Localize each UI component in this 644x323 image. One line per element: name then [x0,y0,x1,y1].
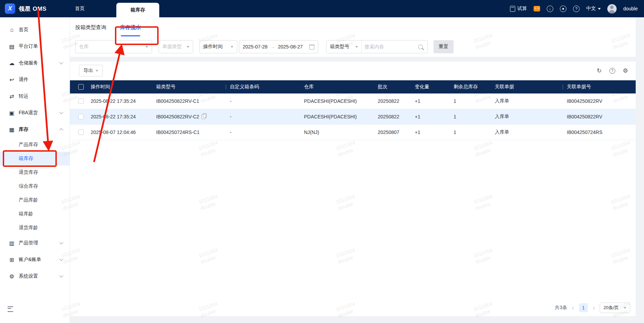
sidebar-item-fba-returns[interactable]: ▣FBA退货 [0,105,70,121]
pagination: 共3条 ‹ 1 › 20条/页 [555,302,630,313]
target-icon[interactable] [560,6,566,12]
username: double [623,6,638,11]
user-avatar[interactable] [607,4,617,14]
column-settings-icon[interactable]: ⚙ [623,68,628,74]
cell: IB004250822RV-C1 [152,98,226,104]
doc-type-select[interactable]: 单据类型 [159,40,193,53]
top-panel: 按箱类型查询库存流水 仓库 单据类型 操作时间 2025-07-28 → [70,17,636,57]
language-selector[interactable]: 中文 [586,6,601,12]
prev-page-icon[interactable]: ‹ [571,305,575,311]
table-card: 导出 ↻ ? ⚙ 操作时间箱类型号自定义箱条码仓库批次变化量剩余总库存关联单据关… [70,62,636,316]
search-input[interactable] [362,44,418,50]
chevron-down-icon [355,46,358,48]
row-checkbox-cell [70,114,87,119]
page-size-select[interactable]: 20条/页 [600,303,630,313]
next-page-icon[interactable]: › [592,305,596,311]
chevron-down-icon [59,257,63,261]
cell: 1 [449,98,491,104]
column-header: 关联单据 [491,84,563,90]
page: X 领星 OMS 首页 箱库存 试算 ↓ ? 中文 double ⌂首页▤平台订… [0,0,644,323]
copy-icon[interactable] [202,114,206,119]
account-icon: ⊞ [8,257,15,263]
doc-type-select-value: 单据类型 [162,44,182,50]
cell: 1 [449,129,491,135]
settings-icon: ⚙ [8,273,15,280]
cell: IB004250724RS [563,129,636,135]
tab-box-type-query[interactable]: 按箱类型查询 [75,17,106,37]
cell: +1 [411,98,449,104]
table-body: 2025-08-22 17:35:24IB004250822RV-C1-PDAC… [70,93,636,140]
sidebar-item-box-inventory[interactable]: 箱库存 [0,152,70,165]
chevron-down-icon [59,273,63,277]
row-checkbox[interactable] [78,129,84,135]
row-checkbox-cell [70,98,87,104]
row-checkbox[interactable] [78,114,84,119]
date-range-arrow-icon: → [270,44,275,50]
total-count: 共3条 [555,305,567,311]
sidebar-item-platform-orders[interactable]: ▤平台订单 [0,38,70,55]
export-button[interactable]: 导出 [79,65,103,77]
sidebar-item-system-settings[interactable]: ⚙系统设置 [0,268,70,285]
sidebar-item-product-age[interactable]: 产品库龄 [0,193,70,207]
chevron-down-icon [624,307,626,309]
refresh-icon[interactable]: ↻ [597,68,602,74]
app-logo[interactable]: X 领星 OMS [5,3,46,14]
time-type-select[interactable]: 操作时间 [199,40,237,53]
download-icon[interactable]: ↓ [547,6,553,12]
search-icon[interactable] [418,45,423,49]
sidebar: ⌂首页▤平台订单☁仓储服务↩退件⇄转运▣FBA退货▦库存产品库存箱库存退货库存综… [0,17,70,323]
sidebar-item-label: 产品管理 [19,240,38,246]
main-content: 按箱类型查询库存流水 仓库 单据类型 操作时间 2025-07-28 → [70,17,644,323]
sidebar-collapse-icon[interactable] [8,306,13,312]
sidebar-item-product-management[interactable]: ▥产品管理 [0,235,70,251]
navbar-tab-box-inventory[interactable]: 箱库存 [116,3,159,17]
table-row[interactable]: 2025-08-07 12:04:46IB004250724RS-C1-NJ(N… [70,125,636,140]
row-checkbox[interactable] [78,98,84,104]
column-header: 自定义箱条码 [226,84,300,90]
sidebar-item-label: 库存 [19,126,28,133]
sidebar-item-transfer[interactable]: ⇄转运 [0,88,70,105]
cell: 入库单 [491,114,563,120]
help-icon[interactable]: ? [609,68,615,74]
cell: IB004250724RS-C1 [152,129,226,135]
logo-icon: X [5,3,15,14]
chevron-down-icon [187,46,189,48]
sidebar-item-account-billing[interactable]: ⊞账户&账单 [0,251,70,268]
sidebar-item-return-inventory[interactable]: 退货库存 [0,165,70,179]
chevron-down-icon [59,60,63,64]
tab-inventory-flow[interactable]: 库存流水 [120,17,141,37]
navbar-tab-home[interactable]: 首页 [75,6,84,12]
sidebar-item-label: 系统设置 [19,273,38,279]
home-icon: ⌂ [8,27,15,33]
sidebar-item-return-age[interactable]: 退货库龄 [0,221,70,235]
date-end: 2025-08-27 [278,44,303,50]
sidebar-item-warehouse-service[interactable]: ☁仓储服务 [0,55,70,71]
sidebar-item-product-inventory[interactable]: 产品库存 [0,138,70,152]
header-checkbox-cell [70,84,87,90]
warehouse-select[interactable]: 仓库 [75,40,152,53]
column-header: 批次 [374,84,411,90]
select-all-checkbox[interactable] [78,84,84,90]
sidebar-item-label: FBA退货 [19,110,38,116]
table-row[interactable]: 2025-08-22 17:35:24IB004250822RV-C2-PDAC… [70,109,636,125]
order-icon: ▤ [8,43,15,50]
sidebar-item-label: 转运 [19,93,28,99]
cell: PDACESHI(PDACESHI) [300,98,374,104]
sidebar-item-returns[interactable]: ↩退件 [0,71,70,88]
cell: 20250822 [374,98,411,104]
current-page[interactable]: 1 [579,303,588,312]
sidebar-item-label: 退件 [19,77,28,83]
help-icon[interactable]: ? [573,6,580,12]
table-row[interactable]: 2025-08-22 17:35:24IB004250822RV-C1-PDAC… [70,93,636,109]
sidebar-item-combined-inventory[interactable]: 综合库存 [0,179,70,193]
sidebar-item-inventory[interactable]: ▦库存 [0,121,70,138]
trial-calc-button[interactable]: 试算 [510,6,527,12]
sidebar-item-home[interactable]: ⌂首页 [0,21,70,38]
reset-button[interactable]: 重置 [433,40,454,53]
warehouse-select-value: 仓库 [79,44,89,50]
box-type-select[interactable]: 箱类型号 [327,41,362,53]
product-icon: ▥ [8,240,15,246]
sidebar-item-box-age[interactable]: 箱库龄 [0,207,70,221]
plugin-robot-icon[interactable] [534,6,540,11]
date-range-picker[interactable]: 2025-07-28 → 2025-08-27 [239,40,318,53]
